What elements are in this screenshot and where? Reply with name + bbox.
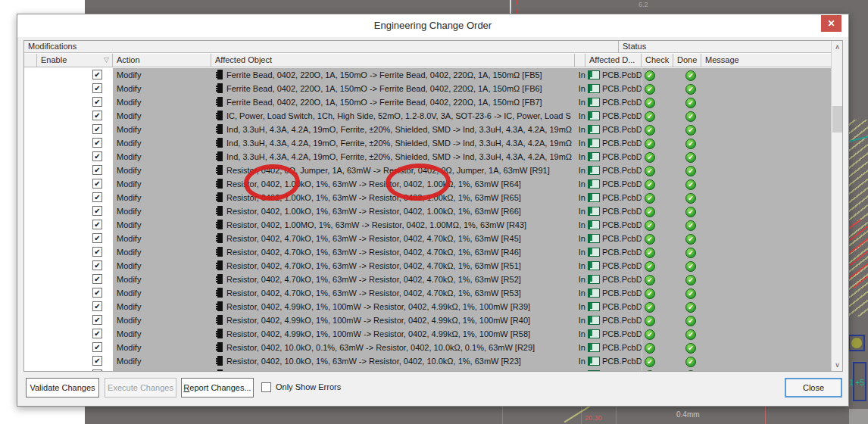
component-icon <box>216 97 223 107</box>
row-enable-checkbox[interactable] <box>92 247 102 257</box>
vertical-scrollbar[interactable]: ∧ ∨ <box>831 41 842 371</box>
component-icon <box>216 124 223 134</box>
row-enable-checkbox[interactable] <box>92 356 102 366</box>
column-header-affected-document[interactable]: Affected D... <box>585 54 642 67</box>
table-row[interactable]: Modify Resistor, 0402, 10.0kO, 0.1%, 63m… <box>24 341 832 354</box>
table-row[interactable]: Modify Ferrite Bead, 0402, 220O, 1A, 150… <box>24 68 832 82</box>
execute-changes-button[interactable]: Execute Changes <box>105 378 176 398</box>
scrollbar-down-icon[interactable]: ∨ <box>832 359 843 371</box>
table-row[interactable]: Modify Resistor, 0402, 1.00MO, 1%, 63mW … <box>24 218 832 232</box>
row-affected-document: PCB.PcbD <box>585 354 642 368</box>
row-enable-checkbox[interactable] <box>92 369 102 371</box>
row-enable-checkbox[interactable] <box>92 83 102 93</box>
row-affected-document: PCB.PcbD <box>585 300 642 313</box>
row-action: Modify <box>113 259 211 273</box>
row-enable-checkbox[interactable] <box>92 233 102 243</box>
row-affected-document: PCB.PcbD <box>585 150 642 164</box>
table-row[interactable]: Modify Resistor, 0402, 4.70kO, 1%, 63mW … <box>24 232 832 245</box>
row-in-cell: In <box>575 245 585 259</box>
row-enable-checkbox[interactable] <box>92 151 102 161</box>
check-ok-icon <box>645 70 655 81</box>
table-row[interactable]: Modify Ferrite Bead, 0402, 220O, 1A, 150… <box>24 82 832 95</box>
row-action: Modify <box>113 123 211 136</box>
table-row[interactable]: Modify Resistor, 0402, 10.0kO, 1%, 63mW … <box>24 354 832 368</box>
row-enable-checkbox[interactable] <box>92 165 102 175</box>
row-enable-checkbox[interactable] <box>92 124 102 134</box>
row-enable-checkbox[interactable] <box>92 70 102 80</box>
table-row[interactable]: Modify Resistor, 0402, 4.70kO, 1%, 63mW … <box>24 286 832 300</box>
column-header-action[interactable]: Action <box>113 54 211 67</box>
table-row[interactable]: Modify Ind, 3.3uH, 4.3A, 4.2A, 19mO, Fer… <box>24 123 832 136</box>
close-button[interactable]: ✕ <box>821 15 841 32</box>
report-changes-button[interactable]: Report Changes... <box>181 378 254 398</box>
table-row[interactable]: Modify Ferrite Bead, 0402, 220O, 1A, 150… <box>24 95 832 109</box>
row-enable-checkbox[interactable] <box>92 179 102 189</box>
dialog-title: Engineering Change Order <box>17 14 848 37</box>
affected-document-text: PCB.PcbD <box>602 288 642 298</box>
row-enable-checkbox[interactable] <box>92 220 102 229</box>
affected-document-text: PCB.PcbD <box>602 207 642 216</box>
column-header-spacer[interactable] <box>575 54 585 67</box>
table-row[interactable]: Modify Resistor, 0402, 4.70kO, 1%, 63mW … <box>24 245 832 259</box>
done-ok-icon <box>685 288 696 299</box>
row-enable-checkbox[interactable] <box>92 111 102 120</box>
row-action: Modify <box>113 68 211 82</box>
table-row[interactable]: Modify Resistor, 0402, 1.00kO, 1%, 63mW … <box>24 204 832 218</box>
table-row[interactable]: Modify Resistor, 0402, 4.99kO, 1%, 100mW… <box>24 313 832 327</box>
row-enable-checkbox[interactable] <box>92 342 102 352</box>
affected-object-text: Resistor, 0402, 4.99kO, 1%, 100mW -> Res… <box>226 302 530 311</box>
scrollbar-thumb[interactable] <box>832 106 842 132</box>
table-row[interactable]: Modify Resistor, 0402, 4.99kO, 1%, 100mW… <box>24 300 832 313</box>
row-done-cell <box>673 109 701 123</box>
component-icon <box>216 260 223 270</box>
row-check-cell <box>642 300 673 313</box>
row-enable-checkbox[interactable] <box>92 97 102 107</box>
table-row[interactable]: Modify Resistor, 0402, 4.99kO, 1%, 100mW… <box>24 327 832 341</box>
table-row[interactable]: Modify Resistor, 0402, 4.70kO, 1%, 63mW … <box>24 259 832 273</box>
done-ok-icon <box>685 220 696 231</box>
column-header-message[interactable]: Message <box>701 54 832 67</box>
affected-object-text: Resistor, 0402, 4.70kO, 1%, 63mW -> Resi… <box>226 248 521 257</box>
table-row[interactable]: Modify IC, Power, Load Switch, 1Ch, High… <box>24 109 832 123</box>
row-enable-checkbox[interactable] <box>92 206 102 216</box>
table-row[interactable]: Modify Resistor, 0402, 10.0kO, 1%, 63mW … <box>24 368 832 371</box>
row-enable-checkbox[interactable] <box>92 301 102 311</box>
row-affected-document: PCB.PcbD <box>585 245 642 259</box>
affected-object-text: Resistor, 0402, 4.70kO, 1%, 63mW -> Resi… <box>226 234 521 243</box>
done-ok-icon <box>685 84 696 95</box>
pcbdoc-icon <box>588 139 600 148</box>
pcbdoc-icon <box>588 370 600 371</box>
column-header-done[interactable]: Done <box>673 54 701 67</box>
affected-document-text: PCB.PcbD <box>602 84 642 93</box>
sort-indicator-icon[interactable]: ▽ <box>104 54 109 67</box>
row-action: Modify <box>113 286 211 300</box>
column-header-affected-object[interactable]: Affected Object <box>211 54 575 67</box>
row-enable-checkbox[interactable] <box>92 274 102 284</box>
scrollbar-up-icon[interactable]: ∧ <box>832 41 843 53</box>
column-header-indicator[interactable] <box>24 54 37 67</box>
table-row[interactable]: Modify Ind, 3.3uH, 4.3A, 4.2A, 19mO, Fer… <box>24 136 832 150</box>
row-done-cell <box>673 273 701 286</box>
row-enable-checkbox[interactable] <box>92 260 102 270</box>
table-row[interactable]: Modify Resistor, 0402, 4.70kO, 1%, 63mW … <box>24 273 832 286</box>
close-dialog-button[interactable]: Close <box>785 378 842 398</box>
check-ok-icon <box>645 288 655 299</box>
affected-document-text: PCB.PcbD <box>602 248 642 257</box>
column-header-enable[interactable]: Enable ▽ <box>37 54 113 67</box>
dialog-titlebar[interactable]: Engineering Change Order ✕ <box>17 14 848 37</box>
row-done-cell <box>673 150 701 164</box>
column-header-check[interactable]: Check <box>642 54 673 67</box>
pcbdoc-icon <box>588 302 600 311</box>
row-enable-checkbox[interactable] <box>92 138 102 148</box>
only-show-errors-checkbox[interactable] <box>261 382 271 392</box>
validate-changes-button[interactable]: Validate Changes <box>26 378 99 398</box>
row-enable-checkbox[interactable] <box>92 329 102 338</box>
pcb-ruler-label: 6.2 <box>639 1 648 8</box>
check-ok-icon <box>645 84 655 95</box>
row-enable-checkbox[interactable] <box>92 288 102 298</box>
done-ok-icon <box>685 316 696 326</box>
done-ok-icon <box>685 302 696 313</box>
table-row[interactable]: Modify Ind, 3.3uH, 4.3A, 4.2A, 19mO, Fer… <box>24 150 832 164</box>
row-enable-checkbox[interactable] <box>92 315 102 325</box>
row-enable-checkbox[interactable] <box>92 192 102 202</box>
